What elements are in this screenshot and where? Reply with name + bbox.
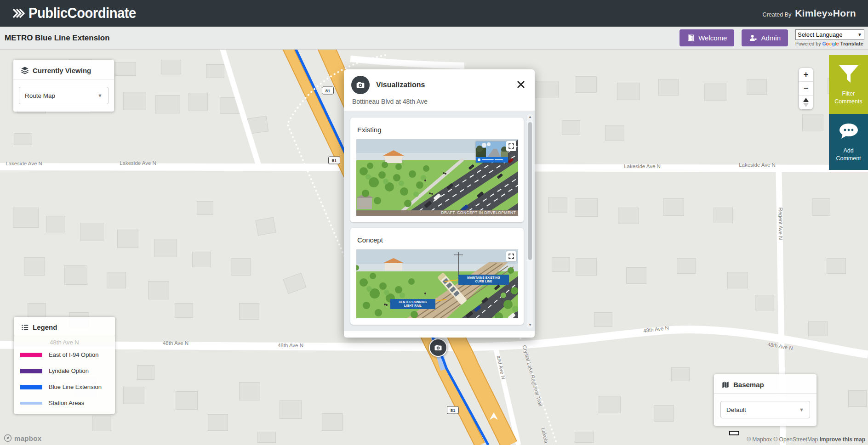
visualizations-modal: Visualizations Bottineau Blvd at 48th Av…: [344, 69, 535, 338]
add-comment-button[interactable]: AddComment: [829, 114, 868, 170]
view-mode-dropdown[interactable]: Route Map ▼: [19, 87, 108, 104]
expand-fullscreen-icon[interactable]: [506, 251, 516, 261]
divider: [13, 79, 114, 79]
chevron-down-icon: ▼: [97, 93, 103, 98]
concept-label: Concept: [356, 233, 518, 249]
annotation-maintains-existing-curb-line: MAINTAINS EXISTING CURB LINE: [458, 275, 509, 285]
map-label-showing-through: 48th Ave N: [14, 336, 115, 347]
osm-attribution-link[interactable]: © OpenStreetMap: [773, 436, 818, 443]
legend-item: Lyndale Option: [14, 363, 115, 379]
mapbox-wordmark: mapbox: [14, 434, 41, 442]
mapbox-logo[interactable]: mapbox: [4, 434, 41, 442]
north-arrow-icon: [803, 98, 809, 102]
comment-bubble-icon: [838, 122, 859, 141]
map-attribution: © Mapbox © OpenStreetMap Improve this ma…: [747, 436, 865, 443]
basemap-panel: Basemap Default ▼: [714, 374, 817, 426]
created-by-label: Created By: [763, 11, 792, 18]
concept-visualization-card: Concept: [350, 228, 524, 325]
legend-item-label: East of I-94 Option: [49, 351, 98, 358]
legend-item-label: Station Areas: [49, 400, 84, 406]
scroll-up-arrow[interactable]: ▲: [528, 114, 532, 120]
legend-swatch: [20, 385, 42, 389]
camera-badge: [351, 76, 370, 94]
map-scale-bar: [729, 431, 739, 435]
concept-visualization-image[interactable]: CENTER RUNNING LIGHT RAIL MAINTAINS EXIS…: [356, 249, 518, 318]
highway-81-shield: 81: [322, 87, 334, 95]
layers-icon: [21, 66, 29, 74]
legend-swatch: [20, 369, 42, 373]
legend-item-label: Lyndale Option: [49, 367, 89, 374]
app-stage: Lakeside Ave NLakeside Ave NLakeside Ave…: [0, 0, 868, 445]
street-photo: [476, 141, 508, 163]
map-road-label: Lakeside Ave N: [6, 161, 42, 166]
view-mode-value: Route Map: [25, 92, 55, 99]
modal-location-subtitle: Bottineau Blvd at 48th Ave: [344, 97, 535, 111]
legend-swatch: [20, 402, 42, 405]
modal-header: Visualizations: [344, 69, 535, 97]
app-logo: PublicCoordinate: [12, 5, 143, 22]
map-road-label: Lakeside Ave N: [624, 163, 661, 169]
map-zoom-control: + −: [799, 68, 813, 109]
map-road-label: Lakeside Ave N: [120, 160, 156, 166]
admin-button[interactable]: Admin: [742, 29, 788, 46]
logo-chevrons-icon: [12, 6, 26, 20]
draft-watermark: DRAFT: CONCEPT IN DEVELOPMENT: [441, 210, 516, 215]
language-select-value: Select Language: [798, 31, 843, 38]
basemap-title: Basemap: [714, 374, 817, 393]
existing-visualization-card: Existing: [350, 118, 524, 222]
expand-fullscreen-icon[interactable]: [506, 141, 516, 151]
admin-label: Admin: [761, 34, 781, 42]
map-icon: [721, 381, 730, 389]
powered-by-google-translate: Powered by Google Translate: [795, 41, 864, 46]
filter-comments-button[interactable]: FilterComments: [829, 55, 868, 114]
admin-user-icon: [749, 34, 757, 42]
compass-button[interactable]: [799, 96, 813, 109]
modal-scrollbar[interactable]: ▲ ▼: [527, 114, 533, 328]
mapbox-icon: [4, 434, 12, 442]
currently-viewing-title: Currently Viewing: [13, 60, 114, 79]
street-photo-inset[interactable]: [476, 141, 508, 163]
highway-81-shield: 81: [447, 406, 459, 414]
basemap-value: Default: [726, 406, 746, 413]
google-logo: Google: [822, 41, 839, 46]
page-title: METRO Blue Line Extension: [4, 34, 110, 43]
existing-visualization-image[interactable]: DRAFT: CONCEPT IN DEVELOPMENT: [356, 139, 518, 216]
filter-comments-label: FilterComments: [834, 90, 862, 106]
divider: [714, 393, 817, 394]
legend-swatch: [20, 353, 42, 357]
zoom-out-button[interactable]: −: [799, 82, 813, 96]
map-road-label: 48th Ave N: [163, 340, 188, 346]
language-select[interactable]: Select Language ▼: [795, 29, 864, 40]
annotation-center-running-light-rail: CENTER RUNNING LIGHT RAIL: [390, 299, 435, 309]
mapbox-attribution-link[interactable]: © Mapbox: [747, 436, 772, 443]
welcome-label: Welcome: [698, 34, 727, 42]
chevron-down-icon: ▼: [857, 32, 862, 37]
camera-icon: [356, 80, 365, 90]
zoom-in-button[interactable]: +: [799, 68, 813, 82]
basemap-dropdown[interactable]: Default ▼: [720, 401, 810, 418]
scrollbar-thumb[interactable]: [528, 122, 532, 260]
filter-funnel-icon: [838, 64, 859, 84]
close-icon[interactable]: [514, 78, 527, 92]
map-road-label: Regent Ave N: [778, 208, 783, 240]
project-subheader: METRO Blue Line Extension Welcome Admin: [0, 27, 868, 50]
legend-title: Legend: [14, 317, 115, 336]
visualization-map-marker[interactable]: [429, 338, 447, 357]
legend-item: East of I-94 Option: [14, 347, 115, 363]
logo-text: PublicCoordinate: [29, 5, 136, 22]
chevron-down-icon: ▼: [799, 407, 804, 412]
app-header: PublicCoordinate Created By Kimley»Horn: [0, 0, 868, 27]
google-translate-widget: Select Language ▼ Powered by Google Tran…: [795, 29, 864, 46]
existing-label: Existing: [356, 123, 518, 139]
legend-item: Station Areas: [14, 395, 115, 414]
add-comment-label: AddComment: [836, 147, 861, 163]
modal-scroll-area[interactable]: Existing: [344, 111, 535, 331]
welcome-button[interactable]: Welcome: [680, 29, 734, 46]
brand-name: Kimley»Horn: [795, 8, 856, 19]
map-road-label: Lakeside Ave N: [739, 162, 776, 168]
map-road-label: 48th Ave N: [278, 343, 303, 348]
legend-item-label: Blue Line Extension: [49, 383, 102, 390]
scroll-down-arrow[interactable]: ▼: [528, 322, 532, 328]
modal-title: Visualizations: [376, 81, 508, 89]
improve-map-link[interactable]: Improve this map: [820, 436, 865, 443]
